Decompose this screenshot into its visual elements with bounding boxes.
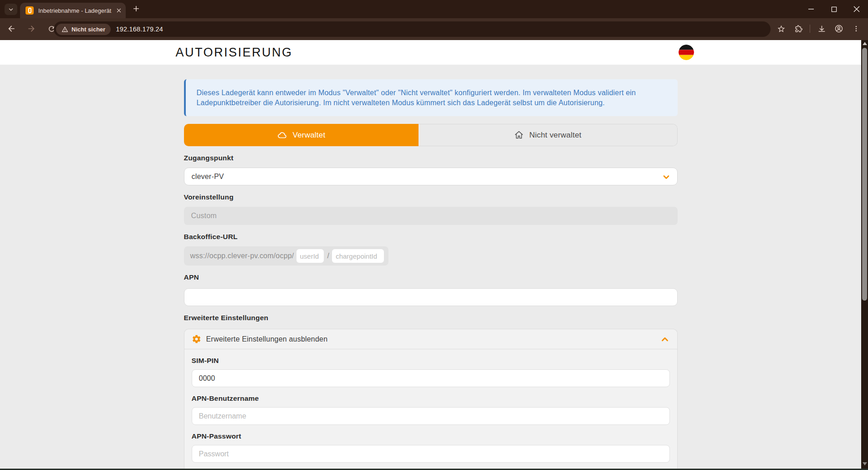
voreinstellung-label: Voreinstellung (184, 193, 678, 201)
backoffice-url-prefix: wss://ocpp.clever-pv.com/ocpp/ (190, 252, 294, 260)
bookmark-star-icon[interactable] (774, 21, 788, 36)
tab-search-button[interactable] (5, 4, 17, 15)
zugangspunkt-select[interactable]: clever-PV (184, 168, 678, 185)
window-minimize-button[interactable] (800, 0, 822, 18)
forward-icon[interactable] (24, 21, 39, 36)
security-label: Nicht sicher (71, 26, 105, 33)
address-bar[interactable]: Nicht sicher 192.168.179.24 (54, 21, 771, 37)
backoffice-url-label: Backoffice-URL (184, 233, 678, 241)
unmanaged-label: Nicht verwaltet (529, 131, 581, 140)
chevron-down-icon (662, 173, 671, 182)
scrollbar-down-icon[interactable] (863, 462, 867, 465)
profile-icon[interactable] (832, 21, 846, 36)
sim-pin-label: SIM-PIN (192, 357, 670, 365)
browser-window: Inbetriebnahme - Ladegerät (0, 0, 868, 470)
browser-tab[interactable]: Inbetriebnahme - Ladegerät (20, 3, 126, 18)
home-icon (514, 130, 524, 140)
chevron-up-icon (660, 334, 670, 344)
advanced-settings-toggle[interactable]: Erweiterte Einstellungen ausblenden (184, 329, 677, 349)
chargepointid-input[interactable] (332, 249, 384, 263)
zugangspunkt-label: Zugangspunkt (184, 154, 678, 162)
zugangspunkt-value: clever-PV (192, 173, 224, 181)
window-close-button[interactable] (845, 0, 868, 18)
gear-icon (192, 334, 201, 344)
sim-pin-input[interactable] (192, 369, 670, 387)
language-flag-german[interactable] (679, 45, 694, 60)
apn-username-label: APN-Benutzername (192, 394, 670, 403)
page-header: AUTORISIERUNG (0, 40, 861, 65)
voreinstellung-value: Custom (191, 212, 217, 220)
tab-title: Inbetriebnahme - Ladegerät (38, 7, 113, 14)
userid-input[interactable] (296, 249, 324, 263)
apn-input[interactable] (184, 288, 678, 306)
downloads-icon[interactable] (814, 21, 829, 36)
tab-bar: Inbetriebnahme - Ladegerät (0, 0, 868, 18)
toolbar-separator (810, 25, 810, 33)
apn-password-label: APN-Passwort (192, 432, 670, 440)
backoffice-url-separator: / (327, 252, 330, 260)
page-scrollbar[interactable] (861, 40, 868, 469)
menu-kebab-icon[interactable] (849, 21, 863, 36)
browser-toolbar: Nicht sicher 192.168.179.24 (0, 18, 868, 40)
url-text: 192.168.179.24 (116, 26, 163, 33)
info-box: Dieses Ladegerät kann entweder im Modus … (184, 79, 678, 116)
backoffice-url-group: wss://ocpp.clever-pv.com/ocpp/ / (184, 246, 389, 266)
voreinstellung-field: Custom (184, 207, 678, 225)
managed-label: Verwaltet (293, 131, 326, 140)
apn-password-input[interactable] (192, 445, 670, 463)
scrollbar-up-icon[interactable] (863, 42, 867, 45)
new-tab-button[interactable] (132, 5, 140, 13)
advanced-settings-label: Erweiterte Einstellungen (184, 314, 678, 322)
mode-toggle: Verwaltet Nicht verwaltet (184, 124, 678, 146)
security-chip[interactable]: Nicht sicher (56, 24, 111, 35)
warning-icon (61, 26, 68, 33)
page-title: AUTORISIERUNG (176, 46, 293, 60)
advanced-settings-toggle-label: Erweiterte Einstellungen ausblenden (206, 335, 328, 343)
back-icon[interactable] (4, 21, 19, 36)
unmanaged-mode-button[interactable]: Nicht verwaltet (419, 124, 677, 146)
managed-mode-button[interactable]: Verwaltet (184, 124, 419, 146)
apn-username-input[interactable] (192, 407, 670, 425)
advanced-settings-panel: Erweiterte Einstellungen ausblenden SIM-… (184, 329, 678, 469)
scrollbar-thumb[interactable] (862, 48, 867, 301)
window-maximize-button[interactable] (822, 0, 845, 18)
page-viewport: AUTORISIERUNG Dieses Ladegerät kann entw… (0, 40, 861, 469)
chevron-down-icon (8, 6, 14, 13)
extensions-icon[interactable] (791, 21, 806, 36)
cloud-icon (277, 130, 287, 140)
apn-label: APN (184, 273, 678, 281)
tab-close-icon[interactable] (116, 7, 122, 14)
site-favicon-icon (26, 6, 34, 15)
